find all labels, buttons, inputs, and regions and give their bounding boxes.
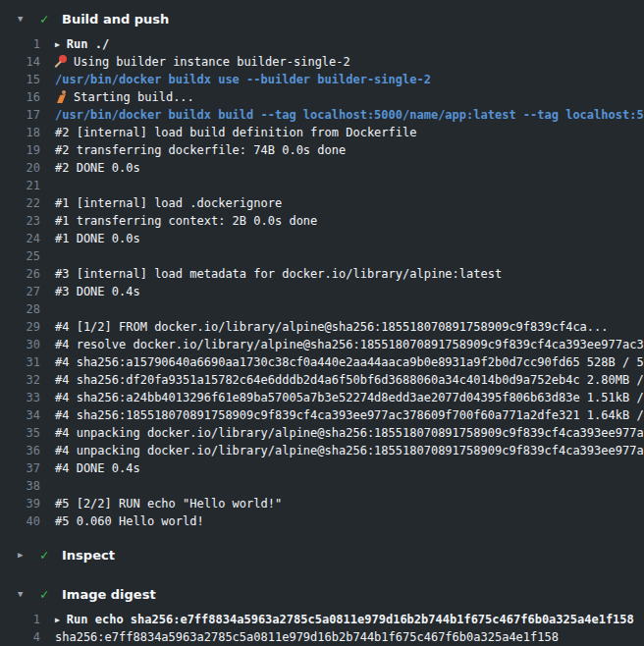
line-text: #3 [internal] load metadata for docker.i…: [55, 267, 502, 281]
log-line: 30 #4 resolve docker.io/library/alpine@s…: [0, 336, 644, 353]
success-check-icon: ✓: [40, 547, 62, 563]
line-content: #4 [1/2] FROM docker.io/library/alpine@s…: [55, 318, 609, 336]
log-line: 28: [0, 300, 644, 318]
log-line: 1 ▶Run ./: [0, 35, 644, 53]
line-content: #1 transferring context: 2B 0.0s done: [55, 212, 317, 230]
line-number[interactable]: 18: [0, 124, 40, 141]
line-number[interactable]: 23: [0, 212, 40, 230]
line-content: ▶Run ./: [55, 35, 109, 53]
line-text: #4 sha256:a24bb4013296f61e89ba57005a7b3e…: [55, 391, 644, 404]
step-header[interactable]: ▼ ✓ Image digest: [0, 579, 644, 609]
step-header[interactable]: ▼ ✓ Build and push: [0, 4, 644, 33]
line-number[interactable]: 14: [0, 53, 40, 71]
line-text: #4 sha256:185518070891758909c9f839cf4ca3…: [55, 408, 644, 422]
line-number[interactable]: 34: [0, 406, 40, 424]
line-number[interactable]: 31: [0, 353, 40, 371]
pushpin-icon: [55, 55, 68, 68]
line-number[interactable]: 22: [0, 194, 40, 212]
log-line: 33 #4 sha256:a24bb4013296f61e89ba57005a7…: [0, 389, 644, 406]
log-line: 24 #1 DONE 0.0s: [0, 230, 644, 247]
line-number[interactable]: 29: [0, 318, 40, 336]
line-number[interactable]: 1: [0, 35, 40, 53]
chevron-down-icon[interactable]: ▼: [18, 14, 40, 24]
line-text: sha256:e7ff8834a5963a2785c5a0811e979d16b…: [55, 630, 559, 644]
line-number[interactable]: 33: [0, 389, 40, 406]
line-number[interactable]: 24: [0, 230, 40, 247]
line-content: sha256:e7ff8834a5963a2785c5a0811e979d16b…: [55, 628, 559, 646]
line-text: #2 DONE 0.0s: [55, 161, 140, 175]
log-line: 34 #4 sha256:185518070891758909c9f839cf4…: [0, 406, 644, 424]
chevron-down-icon[interactable]: ▼: [18, 589, 40, 599]
log-line: 40 #5 0.060 Hello world!: [0, 512, 644, 530]
line-number[interactable]: 15: [0, 71, 40, 88]
line-number[interactable]: 1: [0, 611, 40, 628]
line-content: #3 DONE 0.4s: [55, 283, 140, 300]
line-number[interactable]: 27: [0, 283, 40, 300]
log-line: 4 sha256:e7ff8834a5963a2785c5a0811e979d1…: [0, 628, 644, 646]
step-log-body: 1 ▶Run echo sha256:e7ff8834a5963a2785c5a…: [0, 609, 644, 646]
log-line: 27 #3 DONE 0.4s: [0, 283, 644, 300]
line-number[interactable]: 20: [0, 159, 40, 177]
line-content: #1 [internal] load .dockerignore: [55, 194, 282, 212]
log-line: 22 #1 [internal] load .dockerignore: [0, 194, 644, 212]
line-number[interactable]: 30: [0, 336, 40, 353]
line-content: #4 unpacking docker.io/library/alpine@sh…: [55, 424, 644, 442]
log-line: 29 #4 [1/2] FROM docker.io/library/alpin…: [0, 318, 644, 336]
line-number[interactable]: 17: [0, 106, 40, 124]
log-line: 14 Using builder instance builder-single…: [0, 53, 644, 71]
line-number[interactable]: 38: [0, 477, 40, 495]
line-text: Run ./: [67, 37, 109, 51]
line-number[interactable]: 25: [0, 247, 40, 265]
runner-icon: [55, 90, 68, 103]
expand-group-icon[interactable]: ▶: [55, 36, 60, 53]
line-number[interactable]: 21: [0, 177, 40, 194]
log-line: 39 #5 [2/2] RUN echo "Hello world!": [0, 495, 644, 512]
line-content: #2 [internal] load build definition from…: [55, 124, 416, 141]
line-content: #4 sha256:185518070891758909c9f839cf4ca3…: [55, 406, 644, 424]
line-number[interactable]: 32: [0, 371, 40, 389]
line-text: Starting build...: [74, 90, 194, 104]
line-text: #4 sha256:df20fa9351a15782c64e6dddb2d4a6…: [55, 373, 644, 387]
line-text: #4 [1/2] FROM docker.io/library/alpine@s…: [55, 320, 609, 334]
line-content: Starting build...: [55, 88, 194, 106]
chevron-right-icon[interactable]: ▶: [18, 550, 40, 560]
line-text: #5 0.060 Hello world!: [55, 514, 204, 528]
line-text: #4 unpacking docker.io/library/alpine@sh…: [55, 444, 644, 458]
line-number[interactable]: 28: [0, 300, 40, 318]
step-section-build-and-push: ▼ ✓ Build and push 1 ▶Run ./ 14 Using bu…: [0, 4, 644, 530]
line-number[interactable]: 4: [0, 628, 40, 646]
line-content: #1 DONE 0.0s: [55, 230, 140, 247]
line-content: #4 DONE 0.4s: [55, 459, 140, 477]
line-number[interactable]: 40: [0, 512, 40, 530]
log-line: 18 #2 [internal] load build definition f…: [0, 124, 644, 141]
line-text: #4 DONE 0.4s: [55, 461, 140, 475]
line-number[interactable]: 39: [0, 495, 40, 512]
line-content: Using builder instance builder-single-2: [55, 53, 350, 71]
line-number[interactable]: 35: [0, 424, 40, 442]
line-number[interactable]: 16: [0, 88, 40, 106]
log-line: 15 /usr/bin/docker buildx use --builder …: [0, 71, 644, 88]
line-text: #4 sha256:a15790640a6690aa1730c38cf0a440…: [55, 355, 644, 369]
line-content: ▶Run echo sha256:e7ff8834a5963a2785c5a08…: [55, 611, 634, 628]
line-number[interactable]: 19: [0, 141, 40, 159]
log-line: 31 #4 sha256:a15790640a6690aa1730c38cf0a…: [0, 353, 644, 371]
log-line: 32 #4 sha256:df20fa9351a15782c64e6dddb2d…: [0, 371, 644, 389]
line-content: #2 DONE 0.0s: [55, 159, 140, 177]
log-line: 20 #2 DONE 0.0s: [0, 159, 644, 177]
log-line: 19 #2 transferring dockerfile: 74B 0.0s …: [0, 141, 644, 159]
log-line: 1 ▶Run echo sha256:e7ff8834a5963a2785c5a…: [0, 611, 644, 628]
line-text: #4 resolve docker.io/library/alpine@sha2…: [55, 338, 644, 351]
line-content: /usr/bin/docker buildx use --builder bui…: [55, 71, 431, 88]
step-header[interactable]: ▶ ✓ Inspect: [0, 540, 644, 569]
line-number[interactable]: 36: [0, 442, 40, 459]
log-line: 25: [0, 247, 644, 265]
line-text: #5 [2/2] RUN echo "Hello world!": [55, 497, 282, 511]
line-number[interactable]: 26: [0, 265, 40, 283]
log-line: 35 #4 unpacking docker.io/library/alpine…: [0, 424, 644, 442]
step-section-image-digest: ▼ ✓ Image digest 1 ▶Run echo sha256:e7ff…: [0, 579, 644, 646]
step-title: Build and push: [62, 12, 169, 27]
workflow-log-viewer: ▼ ✓ Build and push 1 ▶Run ./ 14 Using bu…: [0, 4, 644, 646]
expand-group-icon[interactable]: ▶: [55, 612, 60, 628]
line-number[interactable]: 37: [0, 459, 40, 477]
log-line: 26 #3 [internal] load metadata for docke…: [0, 265, 644, 283]
